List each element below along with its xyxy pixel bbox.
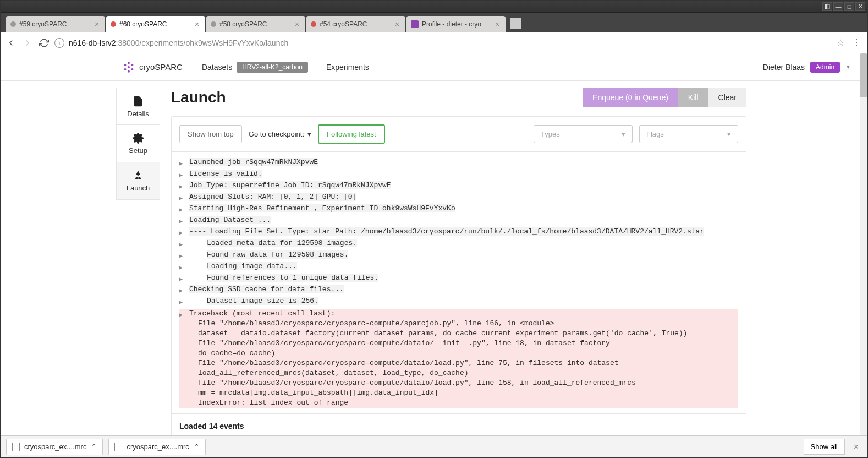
download-filename: cryosparc_ex....mrc: [127, 443, 189, 451]
expand-arrow-icon[interactable]: ▶: [179, 192, 185, 204]
log-text: Dataset image size is 256.: [189, 296, 738, 306]
dropdown-placeholder: Types: [541, 130, 560, 138]
logo-text: cryoSPARC: [139, 62, 183, 72]
tab-title: #58 cryoSPARC: [219, 20, 290, 28]
logo[interactable]: cryoSPARC: [122, 53, 193, 80]
goto-checkpoint-dropdown[interactable]: Go to checkpoint: ▾: [249, 130, 311, 138]
close-downloads-icon[interactable]: ×: [850, 442, 862, 452]
close-window-icon[interactable]: ✕: [855, 2, 865, 11]
url-host: n616-db-lsrv2: [69, 39, 116, 47]
log-line: ▶---- Loading File Set. Type: star Path:…: [179, 227, 738, 238]
forward-button[interactable]: [21, 37, 34, 49]
events-count: Loaded 14 events: [179, 422, 244, 430]
expand-arrow-icon[interactable]: ▶: [179, 261, 185, 273]
log-line: ▶Loading image data...: [179, 261, 738, 273]
expand-arrow-icon[interactable]: ▶: [179, 215, 185, 227]
log-error-block: ▶Traceback (most recent call last): File…: [179, 309, 738, 408]
expand-arrow-icon[interactable]: ▶: [179, 238, 185, 250]
nav-experiments[interactable]: Experiments: [317, 53, 378, 80]
download-item-0[interactable]: cryosparc_ex....mrc ⌃: [6, 439, 103, 455]
scrollbar-track[interactable]: [860, 53, 867, 435]
browser-tab-3[interactable]: #54 cryoSPARC ×: [306, 16, 405, 32]
log-line: ▶Found references to 1 unique data files…: [179, 273, 738, 285]
url-display[interactable]: n616-db-lsrv2:38000/experiments/ohk9wsWs…: [69, 39, 832, 47]
log-text: ---- Loading File Set. Type: star Path: …: [189, 227, 738, 237]
tab-close-icon[interactable]: ×: [493, 20, 501, 28]
expand-arrow-icon[interactable]: ▶: [179, 181, 185, 192]
log-line: ▶License is valid.: [179, 169, 738, 181]
svg-point-4: [124, 68, 127, 70]
site-info-icon[interactable]: i: [54, 38, 64, 48]
browser-tab-0[interactable]: #59 cryoSPARC ×: [6, 16, 105, 32]
log-text: Checking SSD cache for data files...: [189, 285, 738, 295]
window-titlebar: ◧ — □ ✕: [1, 1, 867, 13]
download-filename: cryosparc_ex....mrc: [24, 443, 86, 451]
tab-close-icon[interactable]: ×: [293, 20, 301, 28]
sidebar-item-setup[interactable]: Setup: [116, 125, 160, 162]
app-header: cryoSPARC Datasets HRV2-all-K2_carbon Ex…: [1, 53, 867, 81]
following-latest-button[interactable]: Following latest: [318, 124, 385, 144]
svg-point-0: [128, 62, 130, 64]
show-from-top-button[interactable]: Show from top: [179, 125, 242, 143]
flags-filter-dropdown[interactable]: Flags ▾: [639, 125, 738, 143]
expand-arrow-icon[interactable]: ▶: [179, 227, 185, 238]
dropdown-placeholder: Flags: [646, 130, 664, 138]
file-icon: [114, 443, 122, 451]
expand-arrow-icon[interactable]: ▶: [179, 309, 185, 320]
log-line: ▶Found raw data for 129598 images.: [179, 250, 738, 261]
browser-tab-4[interactable]: Profile - dieter - cryo ×: [406, 16, 506, 32]
page-header: Launch Enqueue (0 in Queue) Kill Clear: [171, 88, 746, 107]
svg-point-6: [128, 66, 130, 68]
new-tab-button[interactable]: [510, 18, 521, 29]
browser-menu-icon[interactable]: ⋮: [852, 37, 863, 48]
dataset-badge: HRV2-all-K2_carbon: [237, 62, 308, 73]
reload-button[interactable]: [38, 37, 50, 49]
expand-arrow-icon[interactable]: ▶: [179, 285, 185, 296]
tab-title: #60 cryoSPARC: [119, 20, 190, 28]
caret-down-icon: ▾: [727, 130, 731, 138]
expand-arrow-icon[interactable]: ▶: [179, 296, 185, 308]
log-text: Launched job rSqqw47mRkNJXpvwE: [189, 157, 738, 167]
log-line: ▶Dataset image size is 256.: [179, 296, 738, 308]
log-line: ▶Checking SSD cache for data files...: [179, 285, 738, 296]
browser-tab-2[interactable]: #58 cryoSPARC ×: [206, 16, 305, 32]
log-line: ▶Loaded meta data for 129598 images.: [179, 238, 738, 250]
enqueue-button[interactable]: Enqueue (0 in Queue): [583, 88, 678, 107]
sidebar-label: Details: [127, 110, 149, 118]
tab-status-dot: [211, 21, 216, 27]
log-line: ▶Assigned Slots: RAM: [0, 1, 2] GPU: [0]: [179, 192, 738, 204]
caret-down-icon: ▾: [307, 130, 311, 138]
log-text: Found references to 1 unique data files.: [189, 273, 738, 283]
maximize-icon[interactable]: □: [844, 2, 854, 11]
browser-tab-1[interactable]: #60 cryoSPARC ×: [106, 16, 205, 32]
log-error-text: Traceback (most recent call last): File …: [189, 309, 738, 408]
nav-datasets[interactable]: Datasets HRV2-all-K2_carbon: [193, 53, 317, 80]
tab-close-icon[interactable]: ×: [393, 20, 401, 28]
log-panel: Show from top Go to checkpoint: ▾ Follow…: [171, 116, 746, 435]
tab-status-dot: [10, 21, 16, 27]
download-item-1[interactable]: cryosparc_ex....mrc ⌃: [108, 439, 205, 455]
expand-arrow-icon[interactable]: ▶: [179, 273, 185, 285]
expand-arrow-icon[interactable]: ▶: [179, 157, 185, 169]
back-button[interactable]: [5, 37, 17, 49]
show-all-button[interactable]: Show all: [804, 439, 845, 455]
bookmark-star-icon[interactable]: ☆: [837, 37, 848, 48]
page-body: Launch Enqueue (0 in Queue) Kill Clear S…: [171, 88, 746, 435]
sidebar-item-launch[interactable]: Launch: [116, 162, 160, 200]
expand-arrow-icon[interactable]: ▶: [179, 250, 185, 261]
window-options-icon[interactable]: ◧: [822, 2, 832, 11]
downloads-bar: cryosparc_ex....mrc ⌃ cryosparc_ex....mr…: [1, 435, 867, 457]
kill-button[interactable]: Kill: [678, 88, 708, 107]
sidebar-item-details[interactable]: Details: [116, 88, 160, 125]
expand-arrow-icon[interactable]: ▶: [179, 204, 185, 215]
page-title: Launch: [171, 89, 583, 106]
tab-close-icon[interactable]: ×: [93, 20, 101, 28]
clear-button[interactable]: Clear: [708, 88, 746, 107]
scrollbar-thumb[interactable]: [860, 53, 867, 97]
minimize-icon[interactable]: —: [833, 2, 843, 11]
types-filter-dropdown[interactable]: Types ▾: [534, 125, 633, 143]
tab-close-icon[interactable]: ×: [193, 20, 201, 28]
url-path: :38000/experiments/ohk9wsWsH9FvYxvKo/lau…: [116, 39, 289, 47]
expand-arrow-icon[interactable]: ▶: [179, 169, 185, 181]
user-menu[interactable]: Dieter Blaas Admin ▼: [763, 62, 867, 73]
